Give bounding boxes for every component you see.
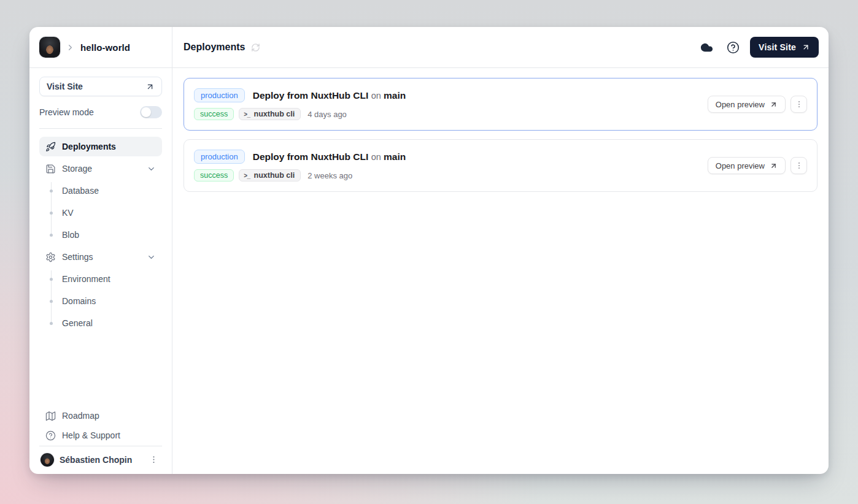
sidebar-item-label: Settings bbox=[62, 252, 93, 262]
branch-name: main bbox=[384, 90, 406, 101]
on-word: on bbox=[371, 91, 381, 101]
main-panel: Deployments Visit Site bbox=[172, 27, 829, 474]
sidebar-item-general[interactable]: General bbox=[39, 313, 162, 333]
sidebar-item-label: Roadmap bbox=[62, 411, 99, 421]
arrow-up-right-icon bbox=[145, 82, 155, 91]
deployment-info: production Deploy from NuxtHub CLI on ma… bbox=[194, 150, 406, 181]
bullet-icon bbox=[50, 278, 53, 281]
deployment-info: production Deploy from NuxtHub CLI on ma… bbox=[194, 88, 406, 120]
dots-vertical-icon bbox=[795, 161, 803, 170]
deployment-title: Deploy from NuxtHub CLI on main bbox=[253, 90, 406, 101]
source-badge: >_ nuxthub cli bbox=[239, 169, 301, 181]
sidebar-item-label: Deployments bbox=[62, 142, 116, 151]
help-circle-icon[interactable] bbox=[724, 39, 742, 56]
visit-site-label: Visit Site bbox=[759, 42, 796, 52]
deployments-list: production Deploy from NuxtHub CLI on ma… bbox=[172, 68, 829, 202]
settings-subgroup: Environment Domains General bbox=[39, 269, 162, 333]
sidebar: hello-world Visit Site Preview mode bbox=[29, 27, 172, 474]
status-badge: success bbox=[194, 108, 234, 120]
sidebar-body: Visit Site Preview mode Deployments bbox=[29, 68, 172, 474]
sidebar-item-label: Database bbox=[62, 186, 99, 196]
bullet-icon bbox=[50, 212, 53, 215]
deployment-actions: Open preview bbox=[708, 96, 807, 113]
sidebar-item-label: Environment bbox=[62, 274, 110, 284]
dots-vertical-icon bbox=[795, 100, 803, 109]
source-badge: >_ nuxthub cli bbox=[239, 108, 301, 120]
sidebar-visit-site-button[interactable]: Visit Site bbox=[39, 77, 162, 96]
chevron-down-icon[interactable] bbox=[147, 164, 156, 174]
status-badge: success bbox=[194, 169, 234, 181]
breadcrumb: hello-world bbox=[29, 27, 172, 68]
open-preview-label: Open preview bbox=[716, 161, 765, 170]
sidebar-item-settings[interactable]: Settings bbox=[39, 247, 162, 267]
user-row: Sébastien Chopin bbox=[39, 446, 162, 467]
dots-vertical-icon bbox=[149, 455, 158, 464]
user-avatar[interactable] bbox=[41, 453, 54, 467]
deployment-title-text: Deploy from NuxtHub CLI bbox=[253, 90, 369, 101]
map-icon bbox=[45, 411, 56, 421]
deployment-actions: Open preview bbox=[708, 157, 807, 174]
deployment-card[interactable]: production Deploy from NuxtHub CLI on ma… bbox=[184, 78, 817, 131]
sidebar-item-domains[interactable]: Domains bbox=[39, 291, 162, 311]
preview-mode-row: Preview mode bbox=[39, 104, 162, 120]
user-name[interactable]: Sébastien Chopin bbox=[60, 455, 141, 465]
bullet-icon bbox=[50, 234, 53, 237]
project-avatar[interactable] bbox=[39, 37, 60, 58]
deployment-title-text: Deploy from NuxtHub CLI bbox=[253, 151, 369, 162]
project-name[interactable]: hello-world bbox=[80, 42, 130, 53]
sidebar-item-label: General bbox=[62, 318, 93, 328]
terminal-icon: >_ bbox=[244, 111, 250, 118]
storage-subgroup: Database KV Blob bbox=[39, 181, 162, 245]
toggle-knob bbox=[141, 107, 151, 117]
sidebar-item-help-support[interactable]: Help & Support bbox=[39, 426, 162, 445]
sidebar-spacer bbox=[39, 335, 162, 406]
source-label: nuxthub cli bbox=[254, 110, 295, 118]
sidebar-item-label: Storage bbox=[62, 164, 92, 174]
sidebar-item-kv[interactable]: KV bbox=[39, 203, 162, 223]
header-visit-site-button[interactable]: Visit Site bbox=[750, 37, 819, 58]
terminal-icon: >_ bbox=[244, 172, 250, 179]
arrow-up-right-icon bbox=[770, 162, 778, 170]
open-preview-button[interactable]: Open preview bbox=[708, 157, 786, 174]
open-preview-label: Open preview bbox=[716, 100, 765, 109]
chevron-down-icon[interactable] bbox=[147, 253, 156, 262]
chevron-right-icon bbox=[66, 43, 75, 52]
sidebar-item-database[interactable]: Database bbox=[39, 181, 162, 200]
deployment-menu-button[interactable] bbox=[790, 96, 807, 113]
sidebar-item-environment[interactable]: Environment bbox=[39, 269, 162, 289]
sidebar-item-roadmap[interactable]: Roadmap bbox=[39, 406, 162, 426]
sidebar-item-blob[interactable]: Blob bbox=[39, 225, 162, 245]
page-title: Deployments bbox=[184, 42, 245, 53]
preview-mode-toggle[interactable] bbox=[140, 106, 162, 118]
help-circle-icon bbox=[45, 430, 56, 441]
sidebar-item-storage[interactable]: Storage bbox=[39, 159, 162, 178]
rocket-icon bbox=[45, 142, 56, 152]
preview-mode-label: Preview mode bbox=[39, 107, 94, 117]
sidebar-item-label: Blob bbox=[62, 230, 79, 240]
open-preview-button[interactable]: Open preview bbox=[708, 96, 786, 113]
bullet-icon bbox=[50, 300, 53, 303]
sidebar-divider bbox=[39, 128, 162, 129]
sidebar-item-label: Help & Support bbox=[62, 430, 120, 440]
app-window: hello-world Visit Site Preview mode bbox=[29, 27, 829, 474]
user-menu-button[interactable] bbox=[147, 452, 161, 467]
deployment-menu-button[interactable] bbox=[790, 157, 807, 174]
on-word: on bbox=[371, 152, 381, 162]
deployment-time: 2 weeks ago bbox=[307, 171, 352, 180]
header-actions: Visit Site bbox=[697, 37, 819, 58]
bullet-icon bbox=[50, 322, 53, 325]
environment-badge[interactable]: production bbox=[194, 150, 245, 164]
visit-site-label: Visit Site bbox=[47, 82, 83, 91]
gear-icon bbox=[45, 252, 56, 262]
branch-name: main bbox=[384, 151, 406, 162]
source-label: nuxthub cli bbox=[254, 171, 295, 180]
desktop-background: hello-world Visit Site Preview mode bbox=[0, 0, 858, 504]
environment-badge[interactable]: production bbox=[194, 88, 245, 102]
arrow-up-right-icon bbox=[802, 43, 810, 52]
refresh-icon[interactable] bbox=[251, 43, 260, 52]
deployment-card[interactable]: production Deploy from NuxtHub CLI on ma… bbox=[184, 139, 817, 192]
sidebar-item-deployments[interactable]: Deployments bbox=[39, 137, 162, 156]
cloudflare-cloud-icon[interactable] bbox=[697, 38, 716, 57]
sidebar-item-label: Domains bbox=[62, 296, 96, 306]
bullet-icon bbox=[50, 189, 53, 193]
